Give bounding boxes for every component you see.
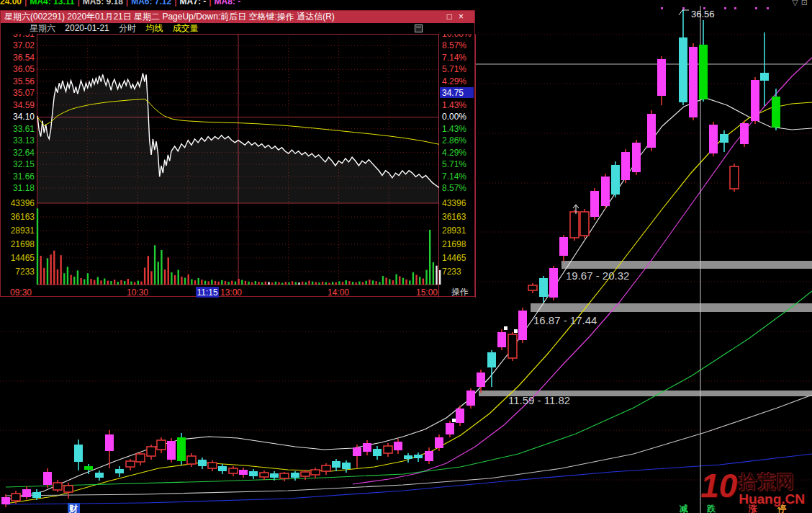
minute-left-axis-label: 37.51: [13, 34, 35, 39]
minute-left-axis-label: 36.54: [13, 53, 35, 63]
indicator-value: MA4: 13.11: [30, 0, 74, 6]
candle-body: [105, 434, 114, 451]
candle-body: [772, 97, 780, 128]
candle-body: [126, 461, 135, 467]
candle-body: [136, 454, 145, 462]
close-button[interactable]: ×: [459, 12, 470, 22]
event-marker[interactable]: 减: [679, 504, 688, 513]
event-marker[interactable]: 财: [68, 504, 78, 513]
candle-body: [559, 237, 568, 256]
minute-left-axis-label: 32.15: [13, 159, 35, 169]
gap-band: [561, 261, 812, 269]
candle-body: [1, 497, 10, 504]
candle-body: [32, 492, 41, 498]
candle-body: [699, 45, 708, 99]
watermark-domain: Huang.CN: [739, 491, 805, 507]
candle-body: [518, 311, 527, 340]
candle-body: [394, 442, 402, 450]
indicator-value: MA8: -: [215, 0, 241, 6]
candle-body: [539, 278, 548, 297]
action-menu-label[interactable]: 操作: [451, 286, 469, 298]
popup-title-bar[interactable]: 星期六(002291) 2020年01月21日 星期二 PageUp/Down:…: [1, 11, 474, 23]
minute-left-axis-label: 31.66: [13, 171, 35, 182]
minute-left-axis-label: 37.02: [13, 40, 35, 50]
candle-body: [720, 134, 728, 143]
minute-right-axis-label: 8.57%: [442, 183, 466, 193]
candle-body: [446, 423, 454, 434]
minute-left-axis-label: 34.59: [13, 100, 35, 110]
minute-right-axis-label: 1.43%: [442, 100, 466, 110]
minute-chart-popup-window[interactable]: 星期六(002291) 2020年01月21日 星期二 PageUp/Down:…: [0, 10, 475, 297]
crosshair-price-label: 34.75: [442, 88, 464, 98]
volume-axis-label: 14465: [442, 253, 466, 263]
candle-body: [679, 37, 687, 102]
volume-axis-label: 28931: [11, 226, 35, 236]
time-label: 09:30: [10, 287, 32, 298]
minute-left-axis-label: 36.05: [13, 64, 35, 74]
candle-body: [549, 268, 558, 298]
candle-body: [466, 391, 475, 406]
ma-toggle[interactable]: 均线: [145, 23, 163, 33]
ma-line: [6, 395, 812, 496]
candle-body: [218, 466, 227, 471]
minute-right-axis-label: 2.86%: [442, 135, 466, 146]
chart-date-label: 2020-01-21: [65, 23, 109, 33]
minute-right-axis-label: 4.29%: [442, 148, 466, 158]
gap-annotation: 11.59 - 11.82: [508, 394, 570, 406]
candle-body: [414, 455, 423, 458]
candle-body: [689, 47, 698, 117]
candle-body: [487, 352, 496, 367]
candle-body: [12, 494, 20, 501]
strip-separator: |: [209, 0, 211, 6]
candle-body: [751, 80, 759, 121]
candle-body: [342, 463, 351, 469]
candle-body: [384, 446, 392, 453]
candle-body: [730, 166, 739, 189]
minute-left-axis-label: 35.56: [13, 76, 35, 86]
minute-right-axis-label: 1.43%: [442, 124, 466, 134]
panel-icon[interactable]: ⊡: [801, 0, 811, 6]
volume-axis-label: 14465: [11, 253, 35, 263]
indicator-value: MA7: -: [180, 0, 207, 6]
candle-body: [280, 473, 289, 478]
volume-axis-label: 21698: [11, 239, 35, 249]
minimize-button[interactable]: □: [447, 12, 459, 22]
candle-body: [64, 486, 73, 492]
high-annotation: 36.56: [691, 9, 715, 19]
candle-body: [249, 471, 258, 476]
mode-label[interactable]: 分时: [119, 23, 136, 33]
layout-icon[interactable]: [415, 24, 423, 32]
candle-body: [177, 437, 186, 461]
minute-right-axis-label: 8.57%: [442, 40, 466, 50]
volume-toggle[interactable]: 成交量: [173, 23, 199, 33]
candle-body: [425, 451, 433, 461]
candle-body: [435, 437, 443, 448]
minute-left-axis-label: 33.13: [13, 135, 35, 146]
minute-right-axis-label: 7.14%: [442, 171, 466, 182]
popup-title: 星期六(002291) 2020年01月21日 星期二 PageUp/Down:…: [4, 12, 335, 22]
dropdown-arrow-icon[interactable]: ▽: [792, 0, 800, 6]
minute-left-axis-label: 31.18: [13, 183, 35, 193]
time-label: 10:30: [127, 287, 148, 298]
minute-left-axis-label: 34.10: [13, 112, 35, 122]
chart-corner-controls[interactable]: ▽⊡: [792, 0, 811, 7]
strip-separator: |: [77, 0, 79, 6]
candle-body: [760, 73, 769, 81]
minute-left-axis-label: 33.61: [13, 124, 35, 134]
candle-body: [74, 445, 83, 462]
volume-axis-label: 43396: [442, 198, 466, 208]
candle-body: [373, 449, 382, 456]
candle-body: [229, 468, 238, 473]
minute-chart[interactable]: 37.5137.0236.5436.0535.5635.0734.5934.10…: [1, 34, 476, 298]
candle-body: [570, 212, 579, 238]
candle-body: [198, 460, 207, 466]
minute-right-axis-label: 5.71%: [442, 64, 466, 74]
gap-band: [531, 303, 812, 312]
candle-body: [456, 409, 464, 423]
candle-body: [157, 440, 166, 450]
white-mark: [514, 329, 518, 333]
candle-body: [632, 143, 641, 172]
volume-axis-label: 21698: [442, 239, 466, 249]
candle-body: [611, 165, 620, 195]
watermark-site-name: 拾荒网: [739, 470, 805, 494]
